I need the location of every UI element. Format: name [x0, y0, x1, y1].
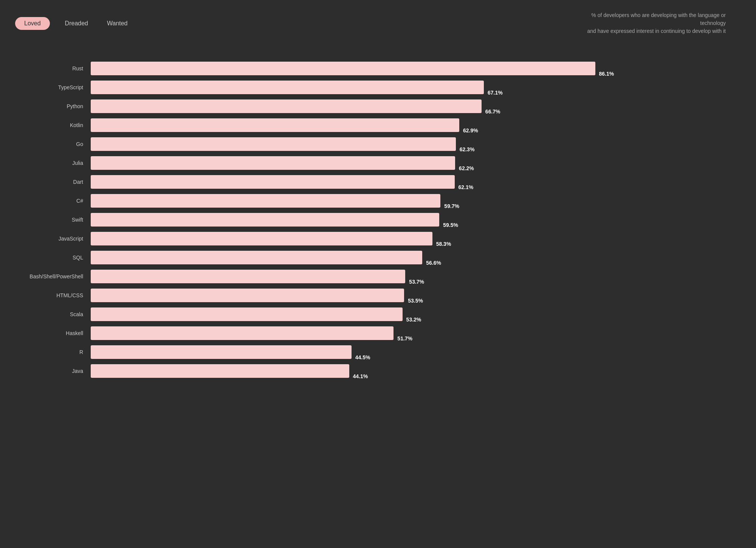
bar-value: 44.5% [355, 351, 370, 364]
bar-row: Scala53.2% [15, 307, 726, 321]
bar-value: 51.7% [397, 332, 412, 345]
bar-row: Go62.3% [15, 137, 726, 151]
bar-track: 53.5% [91, 289, 726, 302]
bar-label: Go [15, 141, 91, 147]
bar-value: 59.7% [444, 199, 459, 213]
bar-label: R [15, 349, 91, 355]
bar-value: 44.1% [353, 369, 368, 383]
bar-value: 86.1% [599, 67, 614, 81]
bar-value: 62.9% [463, 124, 478, 137]
bar-label: Haskell [15, 330, 91, 336]
bar-fill [91, 137, 456, 151]
bar-value: 66.7% [485, 105, 500, 118]
bar-label: Julia [15, 160, 91, 166]
bar-row: JavaScript58.3% [15, 232, 726, 245]
bar-label: Java [15, 368, 91, 374]
bar-value: 56.6% [426, 256, 441, 270]
bar-row: Python66.7% [15, 99, 726, 113]
bar-track: 66.7% [91, 99, 726, 113]
bar-fill [91, 213, 439, 227]
bar-value: 53.5% [408, 294, 423, 307]
bar-fill [91, 81, 484, 94]
chart-container: Rust86.1%TypeScript67.1%Python66.7%Kotli… [0, 62, 756, 378]
bar-fill [91, 345, 352, 359]
bar-label: JavaScript [15, 236, 91, 242]
bar-label: Swift [15, 217, 91, 223]
bar-fill [91, 364, 349, 378]
bar-track: 44.5% [91, 345, 726, 359]
bar-track: 62.2% [91, 156, 726, 170]
bar-label: HTML/CSS [15, 292, 91, 298]
bar-row: Dart62.1% [15, 175, 726, 189]
bar-label: SQL [15, 255, 91, 261]
bar-track: 44.1% [91, 364, 726, 378]
bar-label: TypeScript [15, 84, 91, 90]
bar-label: Rust [15, 65, 91, 71]
bar-value: 67.1% [488, 86, 503, 99]
bar-value: 53.2% [406, 313, 421, 326]
bar-value: 62.1% [459, 180, 474, 194]
bar-track: 62.9% [91, 118, 726, 132]
bar-row: HTML/CSS53.5% [15, 289, 726, 302]
header: Loved Dreaded Wanted % of developers who… [0, 8, 756, 39]
bar-row: Haskell51.7% [15, 326, 726, 340]
bar-value: 62.3% [460, 143, 475, 156]
bar-row: TypeScript67.1% [15, 81, 726, 94]
bar-fill [91, 232, 432, 245]
bar-label: Scala [15, 311, 91, 317]
bar-fill [91, 62, 595, 75]
bar-value: 53.7% [409, 275, 424, 289]
bar-value: 59.5% [443, 218, 458, 232]
bar-fill [91, 194, 440, 208]
bar-label: Python [15, 103, 91, 109]
bar-fill [91, 270, 405, 283]
bar-row: C#59.7% [15, 194, 726, 208]
bar-row: Rust86.1% [15, 62, 726, 75]
tab-dreaded[interactable]: Dreaded [61, 17, 92, 30]
bar-track: 51.7% [91, 326, 726, 340]
description-line2: and have expressed interest in continuin… [575, 27, 726, 35]
bar-label: Kotlin [15, 122, 91, 128]
bar-value: 62.2% [459, 161, 474, 175]
bar-fill [91, 289, 404, 302]
bar-label: Dart [15, 179, 91, 185]
bar-value: 58.3% [436, 237, 451, 251]
header-description: % of developers who are developing with … [575, 11, 726, 35]
bar-fill [91, 175, 455, 189]
bar-track: 53.7% [91, 270, 726, 283]
bar-row: Swift59.5% [15, 213, 726, 227]
bar-track: 59.7% [91, 194, 726, 208]
bar-track: 67.1% [91, 81, 726, 94]
bar-label: Bash/Shell/PowerShell [15, 273, 91, 279]
bar-label: C# [15, 198, 91, 204]
bar-track: 62.1% [91, 175, 726, 189]
bar-fill [91, 156, 455, 170]
bar-fill [91, 251, 422, 264]
bar-row: R44.5% [15, 345, 726, 359]
description-line1: % of developers who are developing with … [575, 11, 726, 27]
tab-loved[interactable]: Loved [15, 17, 50, 30]
bar-track: 53.2% [91, 307, 726, 321]
bar-fill [91, 118, 459, 132]
bar-row: Julia62.2% [15, 156, 726, 170]
bar-track: 59.5% [91, 213, 726, 227]
bar-fill [91, 99, 482, 113]
bar-fill [91, 326, 393, 340]
bar-row: Bash/Shell/PowerShell53.7% [15, 270, 726, 283]
tab-wanted[interactable]: Wanted [103, 17, 132, 30]
bar-track: 62.3% [91, 137, 726, 151]
bar-row: SQL56.6% [15, 251, 726, 264]
bar-track: 58.3% [91, 232, 726, 245]
bar-fill [91, 307, 403, 321]
tabs-container: Loved Dreaded Wanted [15, 17, 132, 30]
bar-track: 86.1% [91, 62, 726, 75]
bar-row: Java44.1% [15, 364, 726, 378]
bar-row: Kotlin62.9% [15, 118, 726, 132]
bar-track: 56.6% [91, 251, 726, 264]
